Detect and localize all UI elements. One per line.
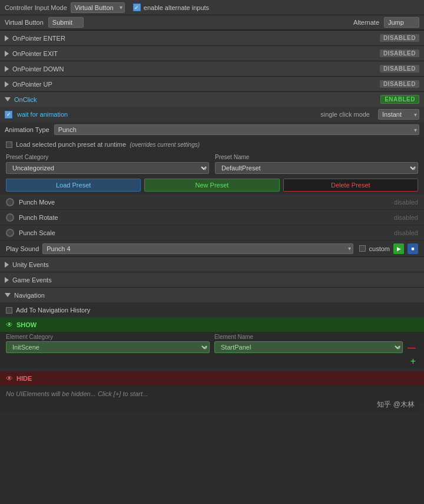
load-punch-checkbox[interactable] bbox=[6, 141, 12, 148]
punch-move-row: Punch Move disabled bbox=[0, 194, 424, 209]
punch-scale-toggle[interactable] bbox=[6, 229, 14, 237]
sound-select[interactable]: Punch 4 bbox=[42, 243, 353, 254]
controller-input-label: Controller Input Mode bbox=[5, 4, 67, 11]
animation-type-select-wrapper[interactable]: Punch bbox=[54, 124, 419, 135]
punch-move-label: Punch Move bbox=[19, 199, 55, 206]
animation-type-label: Animation Type bbox=[5, 126, 49, 133]
onpointer-exit-status: DISABLED bbox=[380, 50, 419, 57]
preset-fields-row: Preset Category Uncategorized Preset Nam… bbox=[0, 151, 424, 176]
onpointer-up-label: OnPointer UP bbox=[12, 81, 52, 88]
no-elements-text: No UIElements will be hidden... Click [+… bbox=[6, 390, 148, 397]
game-events-section[interactable]: Game Events bbox=[0, 272, 424, 287]
element-category-select-wrapper[interactable]: InitScene bbox=[6, 341, 210, 353]
load-preset-button[interactable]: Load Preset bbox=[6, 179, 141, 192]
unity-events-collapse-icon bbox=[5, 262, 9, 268]
add-nav-checkbox[interactable] bbox=[6, 307, 12, 314]
onclick-status: ENABLED bbox=[380, 95, 419, 104]
navigation-collapse-icon bbox=[5, 293, 11, 297]
instant-select-wrapper[interactable]: Instant bbox=[378, 109, 419, 120]
jump-input[interactable]: Jump bbox=[384, 17, 419, 28]
onpointer-up-row[interactable]: OnPointer UP DISABLED bbox=[0, 76, 424, 91]
preset-buttons-row: Load Preset New Preset Delete Preset bbox=[0, 176, 424, 194]
onclick-label: OnClick bbox=[14, 96, 37, 103]
add-nav-history-row: Add To Navigation History bbox=[0, 302, 424, 318]
show-row: 👁 SHOW bbox=[0, 318, 424, 332]
element-name-select-wrapper[interactable]: StartPanel bbox=[214, 341, 403, 353]
punch-rotate-status: disabled bbox=[394, 214, 418, 221]
enable-alternate-checkbox-area[interactable]: enable alternate inputs bbox=[133, 4, 209, 11]
element-category-col: Element Category InitScene bbox=[6, 334, 210, 353]
onpointer-enter-row[interactable]: OnPointer ENTER DISABLED bbox=[0, 30, 424, 45]
element-name-col: Element Name StartPanel — bbox=[214, 334, 418, 353]
controller-input-row: Controller Input Mode Virtual Button ena… bbox=[0, 0, 424, 15]
new-preset-button[interactable]: New Preset bbox=[144, 179, 279, 192]
preset-category-label: Preset Category bbox=[6, 154, 209, 160]
input-mode-select[interactable]: Virtual Button bbox=[71, 2, 125, 13]
remove-element-button[interactable]: — bbox=[405, 342, 418, 352]
unity-events-section[interactable]: Unity Events bbox=[0, 256, 424, 272]
onpointer-down-row[interactable]: OnPointer DOWN DISABLED bbox=[0, 61, 424, 76]
collapse-icon bbox=[5, 35, 9, 41]
virtual-label: Virtual Button bbox=[5, 19, 44, 26]
add-element-button[interactable]: + bbox=[408, 356, 418, 367]
no-elements-row: No UIElements will be hidden... Click [+… bbox=[0, 386, 424, 402]
animation-type-row: Animation Type Punch bbox=[0, 122, 424, 137]
show-eye-icon: 👁 bbox=[6, 321, 13, 329]
onclick-header-row[interactable]: OnClick ENABLED bbox=[0, 91, 424, 107]
virtual-btn-row: Virtual Button Submit Alternate Jump bbox=[0, 15, 424, 30]
element-name-label: Element Name bbox=[214, 334, 418, 340]
load-punch-label: Load selected punch preset at runtime bbox=[16, 141, 126, 148]
preset-name-select-wrapper[interactable]: DefaultPreset bbox=[215, 162, 418, 174]
unity-events-label: Unity Events bbox=[12, 261, 49, 268]
hide-eye-icon: 👁 bbox=[6, 374, 13, 383]
sound-select-wrapper[interactable]: Punch 4 bbox=[42, 243, 353, 254]
navigation-section[interactable]: Navigation bbox=[0, 287, 424, 302]
load-punch-preset-row: Load selected punch preset at runtime (o… bbox=[0, 137, 424, 151]
custom-checkbox[interactable] bbox=[359, 245, 366, 252]
wait-animation-label: wait for animation bbox=[17, 111, 68, 118]
element-name-select[interactable]: StartPanel bbox=[214, 341, 403, 353]
enable-alternate-checkbox[interactable] bbox=[133, 4, 141, 11]
punch-move-status: disabled bbox=[394, 199, 418, 206]
game-events-label: Game Events bbox=[12, 276, 52, 284]
preset-category-select[interactable]: Uncategorized bbox=[6, 162, 209, 174]
punch-move-toggle[interactable] bbox=[6, 198, 14, 206]
preset-name-select[interactable]: DefaultPreset bbox=[215, 162, 418, 174]
onpointer-exit-row[interactable]: OnPointer EXIT DISABLED bbox=[0, 45, 424, 61]
punch-rotate-row: Punch Rotate disabled bbox=[0, 209, 424, 225]
collapse-icon bbox=[5, 66, 9, 72]
play-sound-button[interactable] bbox=[393, 243, 404, 254]
single-click-mode-label: single click mode bbox=[320, 111, 370, 118]
alternate-label: Alternate bbox=[353, 19, 379, 26]
hide-row: 👁 HIDE bbox=[0, 371, 424, 386]
navigation-label: Navigation bbox=[14, 292, 45, 299]
onpointer-down-label: OnPointer DOWN bbox=[12, 65, 64, 73]
onpointer-up-status: DISABLED bbox=[380, 80, 419, 88]
stop-sound-button[interactable] bbox=[408, 243, 418, 254]
preset-category-select-wrapper[interactable]: Uncategorized bbox=[6, 162, 209, 174]
hide-label: HIDE bbox=[16, 375, 32, 382]
onpointer-exit-label: OnPointer EXIT bbox=[12, 50, 58, 57]
preset-category-col: Preset Category Uncategorized bbox=[6, 154, 209, 174]
element-category-select[interactable]: InitScene bbox=[6, 341, 210, 353]
punch-scale-label: Punch Scale bbox=[19, 229, 55, 236]
game-events-collapse-icon bbox=[5, 277, 9, 283]
punch-scale-status: disabled bbox=[394, 229, 418, 236]
onpointer-enter-status: DISABLED bbox=[380, 34, 419, 42]
preset-name-label: Preset Name bbox=[215, 154, 418, 160]
instant-select[interactable]: Instant bbox=[378, 109, 419, 120]
play-sound-label: Play Sound bbox=[6, 245, 39, 252]
delete-preset-button[interactable]: Delete Preset bbox=[283, 179, 418, 192]
punch-rotate-toggle[interactable] bbox=[6, 213, 14, 222]
onpointer-enter-label: OnPointer ENTER bbox=[12, 35, 65, 42]
preset-name-col: Preset Name DefaultPreset bbox=[215, 154, 418, 174]
enable-alternate-label: enable alternate inputs bbox=[144, 4, 209, 11]
submit-input[interactable]: Submit bbox=[48, 17, 84, 28]
element-fields-row: Element Category InitScene Element Name … bbox=[0, 332, 424, 355]
input-mode-select-wrapper[interactable]: Virtual Button bbox=[71, 2, 125, 13]
wait-animation-checkbox[interactable] bbox=[5, 111, 12, 118]
punch-rotate-label: Punch Rotate bbox=[19, 214, 58, 221]
overrides-label: (overrides current settings) bbox=[130, 141, 200, 148]
add-element-row: + bbox=[0, 355, 424, 368]
animation-type-select[interactable]: Punch bbox=[54, 124, 419, 135]
